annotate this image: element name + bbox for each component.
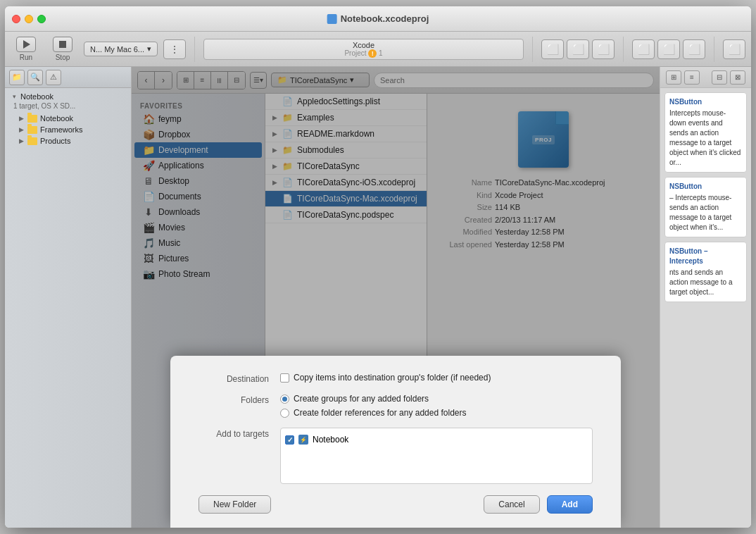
disclosure-icon-fw: ▶ (18, 126, 25, 133)
xcode-small-icon: ⚡ (300, 437, 307, 443)
doc-item-3[interactable]: NSButton – Intercepts nts and sends an a… (664, 242, 747, 302)
destination-value: Copy items into destination group's fold… (280, 373, 593, 383)
right-panel-grid-btn[interactable]: ⊟ (712, 70, 727, 85)
confirm-buttons: Cancel Add (484, 495, 593, 514)
doc-item-2[interactable]: NSButton – Intercepts mouse-sends an act… (664, 177, 747, 237)
doc-item-2-text: – Intercepts mouse-sends an action messa… (669, 193, 742, 232)
scheme-selector[interactable]: N... My Mac 6... ▾ (84, 42, 158, 56)
folder-icon-nb (27, 115, 37, 123)
dialog-buttons: New Folder Cancel Add (199, 495, 593, 514)
disclosure-icon: ▾ (11, 93, 18, 100)
tree-frameworks-label: Frameworks (40, 125, 83, 134)
right-panel-btn-1[interactable]: ⊞ (666, 70, 681, 85)
folders-row: Folders Create groups for any added fold… (199, 394, 593, 418)
radio-refs-row[interactable]: Create folder references for any added f… (280, 408, 593, 418)
folder-icon-prod (27, 137, 37, 145)
right-panel-header: ⊞ ≡ ⊟ ⊠ (660, 67, 751, 88)
xcode-warning: Project ! 1 (344, 49, 382, 58)
right-panel-list-btn[interactable]: ⊠ (730, 70, 745, 85)
window-icon (327, 14, 337, 24)
maximize-button[interactable] (37, 15, 46, 23)
breakpoints-button[interactable]: ⋮ (163, 39, 186, 59)
radio-refs-btn[interactable] (280, 409, 289, 418)
folder-icon-fw (27, 126, 37, 134)
traffic-lights (12, 15, 46, 23)
folders-value: Create groups for any added folders Crea… (280, 394, 593, 418)
editor-btn-2[interactable]: ⬜ (567, 39, 589, 59)
right-panel-view-btns: ⊞ ≡ (666, 70, 700, 85)
toolbar-separator-2 (532, 37, 533, 62)
add-files-dialog: Destination Copy items into destination … (170, 356, 621, 528)
tree-notebook-label: Notebook (20, 92, 53, 101)
project-navigator: 📁 🔍 ⚠ ▾ Notebook 1 target, OS X SD... ▶ … (5, 67, 132, 528)
organizer-button[interactable]: ⬜ (723, 39, 745, 59)
content-area: 📁 🔍 ⚠ ▾ Notebook 1 target, OS X SD... ▶ … (5, 67, 751, 528)
scheme-chevron-icon: ▾ (147, 44, 151, 54)
tree-item-products[interactable]: ▶ Products (5, 135, 131, 147)
toolbar: Run Stop N... My Mac 6... ▾ ⋮ Xcode Proj… (5, 32, 751, 67)
doc-item-2-title: NSButton (669, 182, 742, 192)
disclosure-icon-prod: ▶ (18, 137, 25, 144)
view-btns: ⬜ ⬜ ⬜ (632, 39, 705, 59)
navigator-toolbar: 📁 🔍 ⚠ (5, 67, 131, 88)
destination-checkbox-label: Copy items into destination group's fold… (294, 373, 491, 383)
add-button[interactable]: Add (547, 495, 593, 514)
targets-row: Add to targets ✓ ⚡ Notebook (199, 428, 593, 484)
radio-groups-btn[interactable] (280, 395, 289, 404)
view-btn-3[interactable]: ⬜ (683, 39, 705, 59)
stop-label: Stop (56, 54, 70, 61)
radio-groups-row[interactable]: Create groups for any added folders (280, 394, 593, 404)
doc-item-3-title: NSButton – Intercepts (669, 247, 742, 266)
radio-dot (282, 397, 287, 402)
view-btn-2[interactable]: ⬜ (657, 39, 680, 59)
close-button[interactable] (12, 15, 20, 23)
right-panel-btn-2[interactable]: ≡ (684, 70, 700, 85)
cancel-button[interactable]: Cancel (484, 495, 539, 514)
target-notebook-label: Notebook (313, 435, 348, 445)
new-folder-button[interactable]: New Folder (199, 495, 271, 514)
run-button[interactable]: Run (11, 34, 42, 64)
folders-label: Folders (199, 394, 269, 405)
dialog-overlay: Destination Copy items into destination … (132, 67, 660, 528)
window-title: Notebook.xcodeproj (341, 13, 429, 24)
doc-items: NSButton Intercepts mouse-down events an… (660, 88, 751, 528)
finder-panel: ‹ › ⊞ ≡ ⫼ ⊟ ☰▾ 📁 TICoreDataSync ▾ (132, 67, 660, 528)
doc-item-3-text: nts and sends an action message to a tar… (669, 268, 742, 297)
navigator-icon-1[interactable]: 📁 (9, 70, 25, 85)
tree-products-label: Products (40, 137, 70, 145)
destination-checkbox[interactable] (280, 373, 289, 383)
navigator-icon-3[interactable]: ⚠ (46, 70, 61, 85)
radio-groups-label: Create groups for any added folders (294, 394, 429, 404)
minimize-button[interactable] (25, 15, 33, 23)
xcode-label: Xcode (353, 41, 374, 49)
editor-btn-1[interactable]: ⬜ (541, 39, 564, 59)
stop-button[interactable]: Stop (47, 34, 78, 64)
tree-item-notebook-root[interactable]: ▾ Notebook (5, 91, 131, 102)
target-checkbox[interactable]: ✓ (285, 435, 294, 445)
title-bar: Notebook.xcodeproj (5, 6, 751, 32)
editor-btn-3[interactable]: ⬜ (592, 39, 615, 59)
xcode-status-box: Xcode Project ! 1 (203, 39, 524, 60)
target-notebook-row: ✓ ⚡ Notebook (285, 433, 588, 447)
view-btn-1[interactable]: ⬜ (632, 39, 655, 59)
breakpoints-icon: ⋮ (170, 44, 179, 55)
navigator-icon-2[interactable]: 🔍 (27, 70, 43, 85)
project-tree: ▾ Notebook 1 target, OS X SD... ▶ Notebo… (5, 88, 131, 528)
toolbar-separator-4 (714, 37, 714, 62)
doc-item-1[interactable]: NSButton Intercepts mouse-down events an… (664, 92, 747, 173)
toolbar-separator (194, 37, 195, 62)
tree-item-notebook[interactable]: ▶ Notebook (5, 113, 131, 124)
right-panel-nav-btns: ⊟ ⊠ (712, 70, 745, 85)
tree-item-frameworks[interactable]: ▶ Frameworks (5, 124, 131, 135)
scheme-label: N... My Mac 6... (90, 45, 144, 54)
target-xcode-icon: ⚡ (298, 435, 308, 445)
toolbar-separator-3 (623, 37, 624, 62)
warning-icon: ! (368, 49, 377, 58)
doc-item-1-text: Intercepts mouse-down events and sends a… (669, 108, 742, 168)
stop-icon (59, 41, 66, 48)
run-label: Run (20, 54, 32, 61)
right-panel: ⊞ ≡ ⊟ ⊠ NSButton Intercepts mouse-down e… (660, 67, 751, 528)
main-window: Notebook.xcodeproj Run Stop N... My Mac … (5, 6, 751, 528)
destination-label: Destination (199, 373, 269, 384)
title-bar-center: Notebook.xcodeproj (327, 13, 429, 24)
